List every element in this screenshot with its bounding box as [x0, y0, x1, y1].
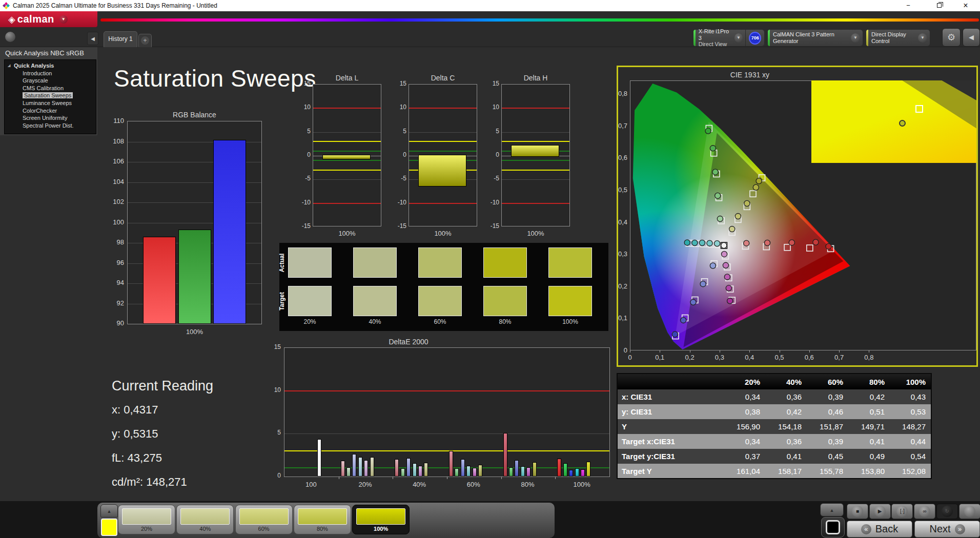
display-control-dropdown[interactable]: Direct Display Control ▼	[866, 30, 930, 46]
play-button[interactable]: ▶	[869, 504, 891, 519]
table-col-header: 40%	[765, 374, 807, 389]
pattern-button-40%[interactable]: 40%	[176, 505, 234, 534]
meter-dropdown[interactable]: X-Rite i1Pro 3 Direct View ▼ 706	[693, 30, 764, 46]
sidebar-item-luminance-sweeps[interactable]: Luminance Sweeps	[5, 99, 96, 107]
inset-measured-point	[899, 120, 906, 127]
cie-ytick: 0,6	[609, 154, 627, 161]
deltae-bar	[358, 457, 362, 477]
table-cell: 0,41	[765, 449, 807, 464]
cie-measured-point	[729, 226, 735, 232]
meter-sync-badge[interactable]: 706	[749, 32, 761, 45]
transport-popup-button[interactable]: ▲	[820, 503, 844, 516]
pattern-button-80%[interactable]: 80%	[294, 505, 351, 534]
workflow-round-button[interactable]	[5, 32, 15, 42]
reading-cdm2: cd/m²: 148,271	[112, 475, 213, 489]
cie-ytick: 0,2	[609, 282, 627, 290]
expander-icon[interactable]: ◢	[8, 62, 10, 70]
pattern-generator-dropdown[interactable]: CalMAN Client 3 Pattern Generator ▼	[768, 30, 863, 46]
cie-measured-point	[700, 281, 706, 287]
restore-button[interactable]	[929, 0, 949, 11]
next-chevron-icon: »	[955, 524, 965, 534]
extra-button[interactable]	[959, 504, 980, 519]
limit-line	[502, 132, 569, 133]
deltae-bar	[563, 463, 567, 477]
swatch-compare-panel: ActualTarget20%40%60%80%100%	[279, 243, 608, 331]
continuous-button[interactable]: ∞	[914, 504, 935, 519]
limit-line	[313, 179, 381, 180]
rgb-balance-xlabel: 100%	[127, 328, 262, 336]
delta_c-ytick: -10	[391, 199, 406, 206]
pattern-popup-button[interactable]: ▲	[100, 504, 118, 518]
deltae-chart	[284, 347, 610, 477]
delta_h-ytick: -10	[484, 199, 499, 206]
cie-xtick: 0,1	[650, 354, 669, 361]
x-tick	[630, 350, 630, 353]
cie-xtick: 0,4	[740, 354, 759, 361]
sidebar-collapse-button[interactable]: ◀	[87, 32, 98, 45]
table-cell: 161,04	[724, 464, 765, 479]
limit-line	[502, 108, 569, 109]
add-tab-button[interactable]: +	[138, 34, 152, 47]
panel-collapse-edge-button[interactable]: ◀	[963, 28, 980, 47]
deltae-bar	[418, 466, 422, 477]
deltae-bar	[461, 459, 465, 477]
sidebar-item-cms-calibration[interactable]: CMS Calibration	[5, 85, 96, 92]
cie-ytick: 0,7	[609, 122, 627, 130]
table-cell: 0,44	[890, 434, 931, 449]
tab-history-1[interactable]: History 1	[104, 31, 137, 47]
delta_h-title: Delta H	[501, 74, 570, 82]
sidebar-item-screen-uniformity[interactable]: Screen Uniformity	[5, 114, 96, 122]
deltae-group-label: 100	[284, 481, 338, 488]
workflow-root-item[interactable]: ◢Quick Analysis	[5, 62, 96, 70]
cie-measured-point	[712, 169, 718, 175]
cie-measured-point	[699, 240, 705, 245]
reading-fl: fL: 43,275	[112, 451, 213, 465]
measure-once-button[interactable]: [·]	[891, 504, 913, 519]
cie-xtick: 0,8	[860, 354, 878, 361]
table-cell: 151,87	[807, 419, 848, 434]
sidebar-item-colorchecker[interactable]: ColorChecker	[5, 107, 96, 115]
rgb-ytick: 108	[105, 137, 124, 145]
delta_l-ytick: 5	[295, 128, 311, 135]
table-cell: 148,27	[890, 419, 931, 434]
chevron-down-icon[interactable]: ▼	[734, 33, 743, 43]
calman-logo-text: calman	[17, 13, 54, 25]
minimize-button[interactable]: −	[898, 0, 918, 11]
current-pattern-swatch[interactable]	[101, 519, 117, 536]
plus-icon: +	[141, 36, 149, 45]
cie-measured-point	[735, 213, 741, 219]
sidebar-item-spectral-power-dist-[interactable]: Spectral Power Dist.	[5, 122, 96, 130]
limit-line	[313, 160, 381, 161]
pattern-swatch	[180, 508, 230, 525]
delta_h-ytick: 10	[484, 104, 499, 111]
rgb-ytick: 106	[105, 157, 124, 165]
table-cell: 0,42	[765, 404, 807, 419]
table-cell: 0,46	[807, 404, 848, 419]
next-button[interactable]: Next »	[914, 521, 980, 537]
chevron-left-icon: ◀	[969, 33, 974, 41]
sidebar-item-introduction[interactable]: Introduction	[5, 70, 96, 77]
refresh-button[interactable]: ↻	[936, 504, 958, 519]
calman-logo[interactable]: ◈ calman ▼	[0, 11, 97, 27]
swatch-col-label: 60%	[418, 318, 462, 325]
continuous-icon: ∞	[919, 506, 930, 517]
sidebar-item-saturation-sweeps-selected[interactable]: Saturation Sweeps	[5, 92, 96, 99]
logo-menu-chevron-icon[interactable]: ▼	[59, 15, 68, 24]
limit-line	[409, 151, 477, 152]
toolbar: ◀ History 1 + X-Rite i1Pro 3 Direct View…	[0, 27, 980, 47]
deltae-bar	[473, 468, 477, 477]
pattern-button-100%[interactable]: 100%	[352, 505, 410, 534]
stop-pattern-button[interactable]	[821, 517, 845, 537]
stop-button[interactable]: ■	[847, 504, 868, 519]
back-button[interactable]: « Back	[847, 521, 912, 537]
chevron-down-icon[interactable]: ▼	[918, 33, 927, 43]
delta_h-xlabel: 100%	[501, 230, 570, 237]
chevron-down-icon[interactable]: ▼	[851, 33, 860, 43]
table-cell: 0,34	[724, 389, 765, 404]
pattern-button-20%[interactable]: 20%	[118, 505, 175, 534]
close-button[interactable]: ×	[955, 0, 976, 11]
delta_c-ytick: -5	[391, 175, 406, 182]
pattern-button-60%[interactable]: 60%	[235, 505, 293, 534]
sidebar-item-grayscale[interactable]: Grayscale	[5, 77, 96, 85]
settings-button[interactable]: ⚙	[942, 28, 961, 47]
